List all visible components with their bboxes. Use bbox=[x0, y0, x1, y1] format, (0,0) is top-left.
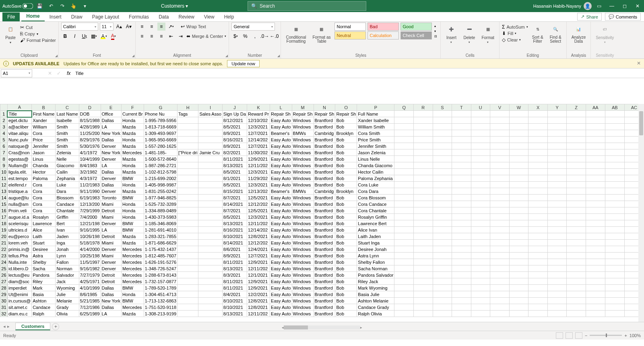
cell-D20[interactable]: 10/26/198 bbox=[79, 233, 101, 240]
dialog-launcher-icon[interactable]: ◢ bbox=[277, 54, 280, 58]
cell-A31[interactable]: sit.amet.c bbox=[7, 304, 31, 311]
cell-N21[interactable]: Brantford bbox=[314, 240, 335, 246]
row-header-4[interactable]: 4 bbox=[0, 130, 8, 137]
cell-E17[interactable]: Miami bbox=[101, 214, 121, 220]
cell-A2[interactable]: eget.dictu bbox=[7, 117, 31, 124]
cell-Y28[interactable] bbox=[547, 285, 567, 291]
dialog-launcher-icon[interactable]: ◢ bbox=[55, 54, 58, 58]
cell-E10[interactable]: Dallas bbox=[101, 169, 121, 175]
cell-J12[interactable]: 8/5/2021 bbox=[222, 182, 247, 188]
cell-S32[interactable] bbox=[433, 311, 452, 317]
cell-D23[interactable]: 10/25/198 bbox=[79, 253, 101, 259]
cell-Q19[interactable] bbox=[394, 227, 414, 233]
col-header-AB[interactable]: AB bbox=[605, 104, 624, 111]
zoom-in-icon[interactable]: + bbox=[624, 333, 627, 338]
cell-N5[interactable]: Brantford bbox=[314, 137, 335, 143]
cell-W2[interactable] bbox=[509, 117, 528, 124]
cell-Y14[interactable] bbox=[547, 195, 567, 201]
cell-P30[interactable]: Ashton Melanie bbox=[357, 298, 394, 304]
cell-R23[interactable] bbox=[414, 253, 433, 259]
cell-K30[interactable]: 12/8/2021 bbox=[247, 298, 270, 304]
cell-Q25[interactable] bbox=[394, 265, 414, 272]
page-layout-icon[interactable] bbox=[566, 332, 573, 339]
cell-M7[interactable]: Windows bbox=[292, 149, 314, 156]
cell-AA15[interactable] bbox=[586, 201, 605, 207]
cell-AA17[interactable] bbox=[586, 214, 605, 220]
sort-filter-button[interactable]: ⇅Sort & Filter bbox=[530, 23, 546, 44]
cell-H18[interactable] bbox=[178, 220, 198, 227]
cell-Y15[interactable] bbox=[547, 201, 567, 207]
cell-T21[interactable] bbox=[452, 240, 471, 246]
tab-formulas[interactable]: Formulas bbox=[124, 12, 154, 21]
cell-K13[interactable]: 12/13/202 bbox=[247, 188, 270, 195]
cell-I32[interactable] bbox=[198, 311, 222, 317]
cell-H32[interactable] bbox=[178, 311, 198, 317]
spreadsheet-grid[interactable]: ABCDEFGHIJKLMNOPQRSTUVWXYZAAABAC1TitleFi… bbox=[0, 104, 644, 322]
cell-Z11[interactable] bbox=[567, 175, 586, 182]
cell-U19[interactable] bbox=[471, 227, 490, 233]
cell-AA4[interactable] bbox=[586, 130, 605, 137]
cell-Z18[interactable] bbox=[567, 220, 586, 227]
customize-qat-icon[interactable]: ▾ bbox=[80, 2, 89, 10]
cell-L27[interactable]: Easy Auto bbox=[270, 278, 292, 285]
styles-more-icon[interactable]: ⊟ bbox=[434, 35, 437, 38]
cell-S28[interactable] bbox=[433, 285, 452, 291]
cell-F14[interactable]: BMW bbox=[122, 195, 144, 201]
cell-M11[interactable]: Windows bbox=[292, 175, 314, 182]
cell-I16[interactable] bbox=[198, 207, 222, 214]
wrap-text-button[interactable]: ↩Wrap Text bbox=[181, 24, 206, 29]
cell-M13[interactable]: BMWs bbox=[292, 188, 314, 195]
cell-Z32[interactable] bbox=[567, 311, 586, 317]
cell-AA6[interactable] bbox=[586, 143, 605, 149]
cell-K9[interactable]: 12/11/202 bbox=[247, 162, 270, 169]
enter-formula-icon[interactable]: ✓ bbox=[55, 70, 63, 76]
cell-N14[interactable]: Brantford bbox=[314, 195, 335, 201]
cell-K22[interactable]: 12/4/2021 bbox=[247, 246, 270, 253]
col-header-D[interactable]: D bbox=[79, 104, 101, 111]
cell-U16[interactable] bbox=[471, 207, 490, 214]
cell-F17[interactable]: Honda bbox=[122, 214, 144, 220]
cell-H31[interactable] bbox=[178, 304, 198, 311]
cell-V23[interactable] bbox=[490, 253, 510, 259]
cell-X20[interactable] bbox=[528, 233, 548, 240]
cell-Q17[interactable] bbox=[394, 214, 414, 220]
cell-N1[interactable]: Repair Sh bbox=[314, 111, 335, 117]
cell-T1[interactable] bbox=[452, 111, 471, 117]
col-header-Z[interactable]: Z bbox=[567, 104, 586, 111]
tab-view[interactable]: View bbox=[199, 12, 219, 21]
dialog-launcher-icon[interactable]: ◢ bbox=[225, 54, 228, 58]
cell-C26[interactable]: Salvador bbox=[56, 272, 79, 278]
cell-F29[interactable]: Honda bbox=[122, 291, 144, 298]
cell-H11[interactable] bbox=[178, 175, 198, 182]
cell-Q32[interactable] bbox=[394, 311, 414, 317]
cell-H24[interactable] bbox=[178, 259, 198, 265]
cell-O3[interactable]: Bob bbox=[335, 124, 357, 130]
cell-AB2[interactable] bbox=[605, 117, 624, 124]
cell-T23[interactable] bbox=[452, 253, 471, 259]
cell-A14[interactable]: augue@lu bbox=[7, 195, 31, 201]
style-check-cell[interactable]: Check Cell bbox=[400, 31, 432, 39]
col-header-M[interactable]: M bbox=[292, 104, 314, 111]
cell-Q29[interactable] bbox=[394, 291, 414, 298]
cell-Y2[interactable] bbox=[547, 117, 567, 124]
cell-X31[interactable] bbox=[528, 304, 548, 311]
cell-F27[interactable]: Mercedes bbox=[122, 278, 144, 285]
cell-S14[interactable] bbox=[433, 195, 452, 201]
cell-K23[interactable]: 12/7/2021 bbox=[247, 253, 270, 259]
cell-X30[interactable] bbox=[528, 298, 548, 304]
cell-M4[interactable]: BMWs bbox=[292, 130, 314, 137]
cell-A24[interactable]: Nulla.inte bbox=[7, 259, 31, 265]
cell-N20[interactable]: Brantford bbox=[314, 233, 335, 240]
cell-Y25[interactable] bbox=[547, 265, 567, 272]
cell-Y32[interactable] bbox=[547, 311, 567, 317]
cell-D22[interactable]: 4/14/2000 bbox=[79, 246, 101, 253]
cell-L14[interactable]: Easy Auto bbox=[270, 195, 292, 201]
cell-L32[interactable]: Easy Auto bbox=[270, 311, 292, 317]
cell-X18[interactable] bbox=[528, 220, 548, 227]
cell-F16[interactable]: Honda bbox=[122, 207, 144, 214]
find-select-button[interactable]: 🔍Find & Select bbox=[547, 23, 564, 44]
cell-U6[interactable] bbox=[471, 143, 490, 149]
cell-U14[interactable] bbox=[471, 195, 490, 201]
cell-G13[interactable]: 1-831-255-0242 bbox=[144, 188, 177, 195]
cell-U23[interactable] bbox=[471, 253, 490, 259]
